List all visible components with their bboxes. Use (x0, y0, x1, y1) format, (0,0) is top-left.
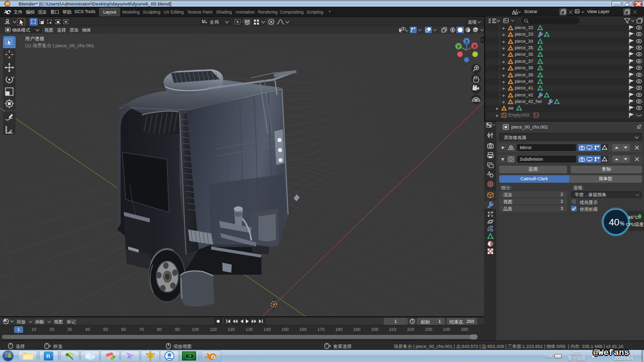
svg-text:X: X (473, 44, 476, 49)
svg-text:40: 40 (609, 217, 619, 227)
svg-text:Y: Y (457, 44, 460, 49)
svg-text:%: % (620, 221, 624, 226)
svg-text:Z: Z (465, 39, 468, 44)
